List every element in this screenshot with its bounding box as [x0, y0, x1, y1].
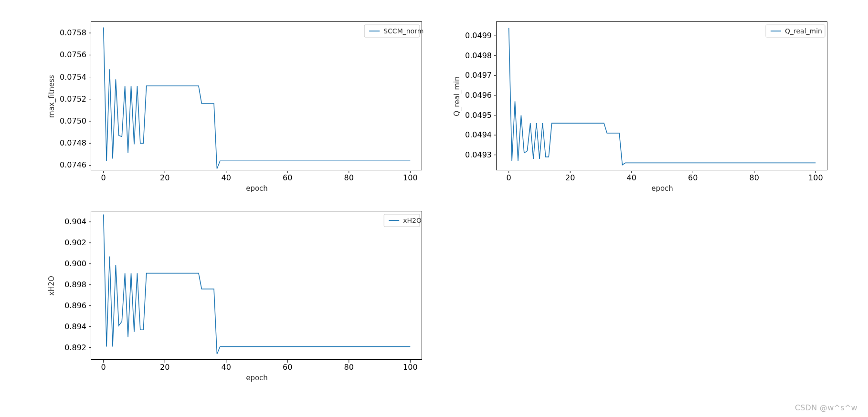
y-tick-label: 0.0758 — [60, 28, 86, 37]
y-axis-label: xH2O — [47, 276, 56, 296]
y-tick-label: 0.892 — [64, 343, 86, 352]
subplot-bottom-right-empty — [444, 208, 830, 384]
y-tick-label: 0.0750 — [60, 116, 86, 125]
axes-sccm-norm: 0204060801000.07460.07480.07500.07520.07… — [91, 21, 422, 170]
subplot-bottom-left: 0204060801000.8920.8940.8960.8980.9000.9… — [38, 208, 424, 384]
y-tick-label: 0.900 — [64, 259, 86, 268]
y-tick-label: 0.0754 — [60, 73, 86, 82]
y-tick-label: 0.896 — [64, 301, 86, 310]
y-tick-label: 0.894 — [64, 322, 86, 331]
figure: 0204060801000.07460.07480.07500.07520.07… — [0, 0, 868, 417]
x-tick-label: 60 — [283, 363, 292, 372]
y-tick-label: 0.0493 — [465, 150, 492, 159]
series-line — [509, 28, 816, 165]
y-tick-label: 0.904 — [64, 217, 86, 226]
x-tick-label: 20 — [160, 173, 169, 182]
x-tick-label: 0 — [507, 173, 511, 182]
subplot-top-left: 0204060801000.07460.07480.07500.07520.07… — [38, 19, 424, 194]
x-axis-label: epoch — [246, 374, 268, 382]
x-axis-label: epoch — [246, 184, 268, 193]
x-tick-label: 100 — [808, 173, 823, 182]
y-tick-label: 0.0495 — [465, 111, 492, 120]
x-tick-label: 60 — [283, 173, 292, 182]
legend-label: Q_real_min — [785, 27, 822, 35]
x-tick-label: 80 — [344, 173, 354, 182]
x-axis-label: epoch — [651, 184, 673, 193]
y-tick-label: 0.0499 — [465, 31, 492, 40]
axes-xh2o: 0204060801000.8920.8940.8960.8980.9000.9… — [91, 211, 422, 360]
legend-label: xH2O — [403, 217, 422, 224]
x-tick-label: 0 — [101, 363, 106, 372]
x-tick-label: 0 — [101, 173, 106, 182]
y-tick-label: 0.0497 — [465, 71, 492, 80]
watermark-text: CSDN @w^s^w — [795, 403, 857, 412]
x-tick-label: 20 — [160, 363, 169, 372]
x-tick-label: 40 — [627, 173, 636, 182]
y-tick-label: 0.898 — [64, 280, 86, 289]
x-tick-label: 80 — [750, 173, 759, 182]
x-tick-label: 60 — [688, 173, 698, 182]
x-tick-label: 100 — [403, 363, 418, 372]
subplot-top-right: 0204060801000.04930.04940.04950.04960.04… — [444, 19, 830, 194]
y-tick-label: 0.0496 — [465, 91, 492, 100]
x-tick-label: 40 — [222, 363, 231, 372]
y-tick-label: 0.0748 — [60, 138, 86, 147]
x-tick-label: 100 — [403, 173, 418, 182]
series-line — [104, 215, 411, 354]
subplot-grid: 0204060801000.07460.07480.07500.07520.07… — [0, 0, 868, 417]
y-axis-label: max_fitness — [47, 75, 56, 118]
axes-q-real-min: 0204060801000.04930.04940.04950.04960.04… — [496, 21, 827, 170]
y-tick-label: 0.0752 — [60, 94, 86, 104]
y-axis-label: Q_real_min — [453, 76, 462, 116]
legend-label: SCCM_norm — [383, 27, 423, 35]
x-tick-label: 40 — [222, 173, 231, 182]
y-tick-label: 0.0756 — [60, 50, 86, 59]
series-line — [104, 28, 411, 169]
y-tick-label: 0.0746 — [60, 160, 86, 169]
y-tick-label: 0.0494 — [465, 130, 492, 139]
x-tick-label: 20 — [565, 173, 575, 182]
y-tick-label: 0.0498 — [465, 51, 492, 60]
y-tick-label: 0.902 — [64, 238, 86, 247]
x-tick-label: 80 — [344, 363, 354, 372]
